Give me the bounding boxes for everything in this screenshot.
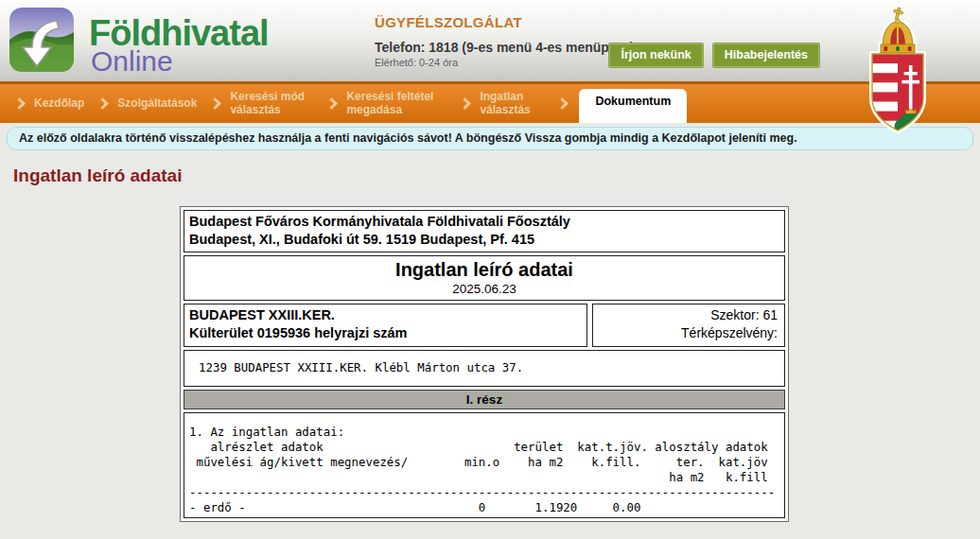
- foldhivatal-logo-icon: [9, 8, 74, 72]
- chevron-right-icon: [460, 97, 472, 110]
- app-logo[interactable]: Földhivatal Online: [9, 8, 269, 76]
- customer-service-heading: ÜGYFÉLSZOLGÁLAT: [375, 14, 634, 30]
- chevron-right-icon: [210, 97, 222, 110]
- district-box: BUDAPEST XXIII.KER. Külterület 0195936 h…: [184, 304, 587, 347]
- tab-dokumentum[interactable]: Dokumentum: [579, 89, 687, 123]
- document-title: Ingatlan leíró adatai: [184, 259, 784, 281]
- office-header-box: Budapest Főváros Kormányhivatala Földhiv…: [184, 210, 785, 252]
- page: Földhivatal Online ÜGYFÉLSZOLGÁLAT Telef…: [0, 0, 980, 522]
- navigation-notice: Az előző oldalakra történő visszalépéshe…: [7, 127, 973, 150]
- nav-item-ingatlan-valasztas[interactable]: Ingatlan választás: [480, 91, 544, 117]
- map-sheet-label: Térképszelvény:: [600, 324, 778, 343]
- main-content: Ingatlan leíró adatai Budapest Főváros K…: [0, 165, 980, 522]
- breadcrumb-navbar: Kezdőlap Szolgáltatások Keresési mód vál…: [0, 81, 980, 123]
- phone-info: Telefon: 1818 (9-es menü 4-es menüpont): [375, 40, 634, 55]
- property-data-box: 1. Az ingatlan adatai: alrészlet adatok …: [184, 412, 785, 518]
- nav-item-szolgaltatasok[interactable]: Szolgáltatások: [117, 97, 197, 111]
- nav-item-keresesi-mod[interactable]: Keresési mód választás: [230, 91, 313, 117]
- chevron-right-icon: [13, 97, 26, 110]
- write-us-button[interactable]: Írjon nekünk: [609, 43, 702, 67]
- property-data-table: 1. Az ingatlan adatai: alrészlet adatok …: [189, 425, 780, 515]
- property-document: Budapest Főváros Kormányhivatala Földhiv…: [180, 206, 789, 522]
- property-address-box: 1239 BUDAPEST XXIII.KER. Klébl Márton ut…: [184, 350, 785, 387]
- chevron-right-icon: [557, 97, 569, 110]
- nav-item-keresesi-feltetel[interactable]: Keresési feltétel megadása: [346, 91, 446, 117]
- page-title: Ingatlan leíró adatai: [13, 165, 980, 186]
- district-name: BUDAPEST XXIII.KER.: [189, 306, 582, 324]
- sector-value: Szektor: 61: [600, 306, 778, 325]
- property-address: 1239 BUDAPEST XXIII.KER. Klébl Márton ut…: [199, 360, 523, 374]
- section-i-bar: I. rész: [184, 390, 785, 409]
- parcel-number: Külterület 0195936 helyrajzi szám: [189, 324, 582, 342]
- chevron-right-icon: [326, 97, 339, 110]
- office-name: Budapest Főváros Kormányhivatala Földhiv…: [189, 213, 779, 231]
- report-issue-button[interactable]: Hibabejelentés: [713, 43, 819, 67]
- office-address: Budapest, XI., Budafoki út 59. 1519 Buda…: [189, 231, 779, 249]
- nav-item-kezdolap[interactable]: Kezdőlap: [34, 97, 84, 111]
- chevron-right-icon: [96, 97, 109, 110]
- document-title-box: Ingatlan leíró adatai 2025.06.23: [184, 255, 785, 301]
- customer-service-block: ÜGYFÉLSZOLGÁLAT Telefon: 1818 (9-es menü…: [375, 14, 634, 68]
- availability-info: Elérhető: 0-24 óra: [375, 57, 634, 68]
- header: Földhivatal Online ÜGYFÉLSZOLGÁLAT Telef…: [0, 0, 980, 81]
- hungary-coat-of-arms-icon: [865, 7, 931, 136]
- sector-box: Szektor: 61 Térképszelvény:: [592, 304, 785, 347]
- document-date: 2025.06.23: [184, 282, 784, 296]
